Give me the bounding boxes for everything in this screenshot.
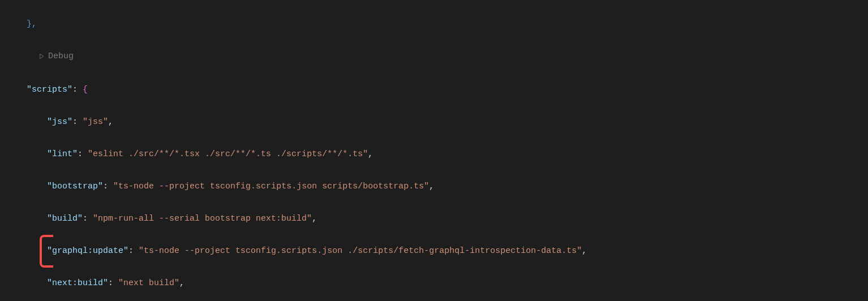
json-key: "jss": [47, 117, 72, 127]
json-key: "bootstrap": [47, 182, 103, 191]
code-line: "lint": "eslint ./src/**/*.tsx ./src/**/…: [11, 147, 868, 163]
json-value: "next build": [118, 278, 179, 288]
json-value: "ts-node --project tsconfig.scripts.json…: [139, 246, 582, 256]
editor-content[interactable]: }, Debug "scripts": { "jss": "jss", "lin…: [0, 0, 868, 301]
close-brace: },: [27, 19, 37, 29]
json-value: "ts-node --project tsconfig.scripts.json…: [113, 182, 429, 191]
play-icon: [38, 53, 45, 59]
code-line: "bootstrap": "ts-node --project tsconfig…: [11, 179, 868, 195]
json-key: "lint": [47, 149, 78, 159]
json-key: "graphql:update": [47, 246, 128, 256]
json-value: "eslint ./src/**/*.tsx ./src/**/*.ts ./s…: [88, 149, 368, 159]
code-line: "build": "npm-run-all --serial bootstrap…: [11, 211, 868, 227]
code-line: "next:build": "next build",: [11, 276, 868, 292]
open-brace: {: [83, 85, 88, 94]
json-value: "jss": [83, 117, 108, 127]
annotation-bracket: [40, 235, 53, 268]
json-value: "npm-run-all --serial bootstrap next:bui…: [93, 214, 312, 223]
debug-codelens[interactable]: Debug: [11, 49, 868, 66]
json-key: "next:build": [47, 278, 108, 288]
json-key: "build": [47, 214, 83, 223]
code-line: "graphql:update": "ts-node --project tsc…: [11, 243, 868, 260]
debug-label: Debug: [48, 49, 74, 65]
code-line: "scripts": {: [11, 82, 868, 98]
json-key: "scripts": [27, 85, 72, 94]
code-line: "jss": "jss",: [11, 114, 868, 131]
code-editor[interactable]: }, Debug "scripts": { "jss": "jss", "lin…: [0, 0, 868, 301]
code-line: },: [11, 16, 868, 33]
